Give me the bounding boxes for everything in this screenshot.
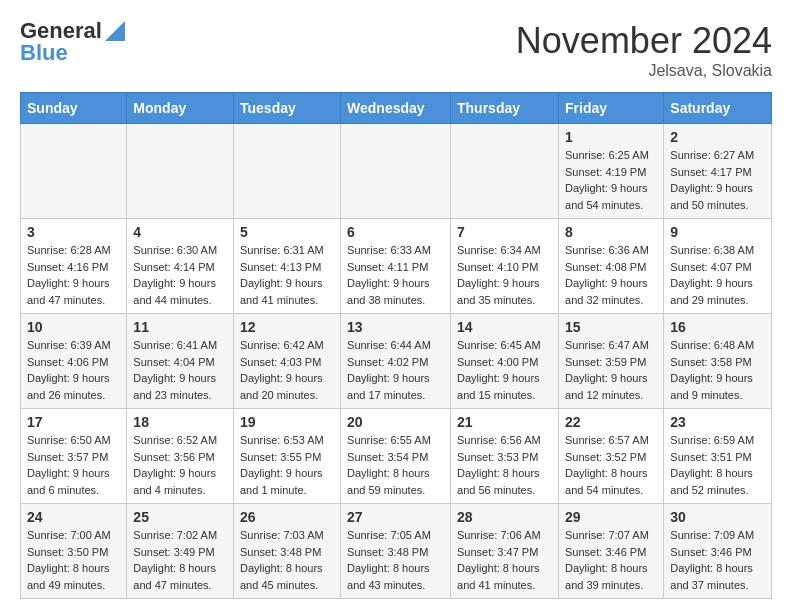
day-number: 1 xyxy=(565,129,657,145)
page-container: General Blue November 2024 Jelsava, Slov… xyxy=(0,0,792,609)
day-number: 21 xyxy=(457,414,552,430)
day-info: Sunrise: 6:33 AMSunset: 4:11 PMDaylight:… xyxy=(347,242,444,308)
day-number: 12 xyxy=(240,319,334,335)
day-number: 29 xyxy=(565,509,657,525)
day-number: 14 xyxy=(457,319,552,335)
calendar-cell: 17Sunrise: 6:50 AMSunset: 3:57 PMDayligh… xyxy=(21,409,127,504)
calendar-week-4: 24Sunrise: 7:00 AMSunset: 3:50 PMDayligh… xyxy=(21,504,772,599)
calendar-week-0: 1Sunrise: 6:25 AMSunset: 4:19 PMDaylight… xyxy=(21,124,772,219)
day-number: 23 xyxy=(670,414,765,430)
day-number: 18 xyxy=(133,414,227,430)
calendar-cell: 23Sunrise: 6:59 AMSunset: 3:51 PMDayligh… xyxy=(664,409,772,504)
calendar-cell: 22Sunrise: 6:57 AMSunset: 3:52 PMDayligh… xyxy=(559,409,664,504)
calendar-week-3: 17Sunrise: 6:50 AMSunset: 3:57 PMDayligh… xyxy=(21,409,772,504)
day-info: Sunrise: 7:00 AMSunset: 3:50 PMDaylight:… xyxy=(27,527,120,593)
col-friday: Friday xyxy=(559,93,664,124)
day-number: 25 xyxy=(133,509,227,525)
calendar-cell: 6Sunrise: 6:33 AMSunset: 4:11 PMDaylight… xyxy=(341,219,451,314)
calendar-cell: 3Sunrise: 6:28 AMSunset: 4:16 PMDaylight… xyxy=(21,219,127,314)
day-number: 3 xyxy=(27,224,120,240)
calendar-cell: 16Sunrise: 6:48 AMSunset: 3:58 PMDayligh… xyxy=(664,314,772,409)
day-number: 11 xyxy=(133,319,227,335)
calendar-cell: 9Sunrise: 6:38 AMSunset: 4:07 PMDaylight… xyxy=(664,219,772,314)
day-info: Sunrise: 6:50 AMSunset: 3:57 PMDaylight:… xyxy=(27,432,120,498)
calendar-cell xyxy=(127,124,234,219)
day-number: 10 xyxy=(27,319,120,335)
day-number: 17 xyxy=(27,414,120,430)
day-info: Sunrise: 6:38 AMSunset: 4:07 PMDaylight:… xyxy=(670,242,765,308)
calendar-header: Sunday Monday Tuesday Wednesday Thursday… xyxy=(21,93,772,124)
day-number: 7 xyxy=(457,224,552,240)
logo-blue: Blue xyxy=(20,40,68,65)
calendar-cell: 8Sunrise: 6:36 AMSunset: 4:08 PMDaylight… xyxy=(559,219,664,314)
logo-general: General xyxy=(20,20,102,42)
day-info: Sunrise: 7:06 AMSunset: 3:47 PMDaylight:… xyxy=(457,527,552,593)
calendar-week-2: 10Sunrise: 6:39 AMSunset: 4:06 PMDayligh… xyxy=(21,314,772,409)
day-number: 4 xyxy=(133,224,227,240)
day-info: Sunrise: 6:34 AMSunset: 4:10 PMDaylight:… xyxy=(457,242,552,308)
day-number: 28 xyxy=(457,509,552,525)
day-number: 5 xyxy=(240,224,334,240)
calendar-cell: 18Sunrise: 6:52 AMSunset: 3:56 PMDayligh… xyxy=(127,409,234,504)
header: General Blue November 2024 Jelsava, Slov… xyxy=(20,20,772,80)
location: Jelsava, Slovakia xyxy=(516,62,772,80)
logo-triangle-icon xyxy=(105,21,125,41)
day-info: Sunrise: 6:36 AMSunset: 4:08 PMDaylight:… xyxy=(565,242,657,308)
day-info: Sunrise: 6:30 AMSunset: 4:14 PMDaylight:… xyxy=(133,242,227,308)
day-number: 22 xyxy=(565,414,657,430)
logo: General Blue xyxy=(20,20,125,64)
calendar-cell xyxy=(234,124,341,219)
day-info: Sunrise: 6:47 AMSunset: 3:59 PMDaylight:… xyxy=(565,337,657,403)
calendar-cell: 5Sunrise: 6:31 AMSunset: 4:13 PMDaylight… xyxy=(234,219,341,314)
day-info: Sunrise: 6:28 AMSunset: 4:16 PMDaylight:… xyxy=(27,242,120,308)
calendar-cell: 13Sunrise: 6:44 AMSunset: 4:02 PMDayligh… xyxy=(341,314,451,409)
calendar-cell: 24Sunrise: 7:00 AMSunset: 3:50 PMDayligh… xyxy=(21,504,127,599)
day-info: Sunrise: 6:42 AMSunset: 4:03 PMDaylight:… xyxy=(240,337,334,403)
calendar-cell: 7Sunrise: 6:34 AMSunset: 4:10 PMDaylight… xyxy=(451,219,559,314)
day-number: 9 xyxy=(670,224,765,240)
day-info: Sunrise: 6:41 AMSunset: 4:04 PMDaylight:… xyxy=(133,337,227,403)
day-number: 13 xyxy=(347,319,444,335)
col-saturday: Saturday xyxy=(664,93,772,124)
calendar-cell: 25Sunrise: 7:02 AMSunset: 3:49 PMDayligh… xyxy=(127,504,234,599)
calendar-cell: 19Sunrise: 6:53 AMSunset: 3:55 PMDayligh… xyxy=(234,409,341,504)
day-info: Sunrise: 6:59 AMSunset: 3:51 PMDaylight:… xyxy=(670,432,765,498)
calendar-week-1: 3Sunrise: 6:28 AMSunset: 4:16 PMDaylight… xyxy=(21,219,772,314)
day-info: Sunrise: 6:31 AMSunset: 4:13 PMDaylight:… xyxy=(240,242,334,308)
calendar-cell: 30Sunrise: 7:09 AMSunset: 3:46 PMDayligh… xyxy=(664,504,772,599)
day-number: 20 xyxy=(347,414,444,430)
day-number: 24 xyxy=(27,509,120,525)
month-title: November 2024 xyxy=(516,20,772,62)
col-monday: Monday xyxy=(127,93,234,124)
col-wednesday: Wednesday xyxy=(341,93,451,124)
calendar-cell xyxy=(451,124,559,219)
col-tuesday: Tuesday xyxy=(234,93,341,124)
calendar-cell: 26Sunrise: 7:03 AMSunset: 3:48 PMDayligh… xyxy=(234,504,341,599)
calendar-cell: 4Sunrise: 6:30 AMSunset: 4:14 PMDaylight… xyxy=(127,219,234,314)
calendar-cell: 21Sunrise: 6:56 AMSunset: 3:53 PMDayligh… xyxy=(451,409,559,504)
calendar-cell xyxy=(341,124,451,219)
day-info: Sunrise: 6:48 AMSunset: 3:58 PMDaylight:… xyxy=(670,337,765,403)
day-info: Sunrise: 7:09 AMSunset: 3:46 PMDaylight:… xyxy=(670,527,765,593)
calendar-cell: 15Sunrise: 6:47 AMSunset: 3:59 PMDayligh… xyxy=(559,314,664,409)
day-info: Sunrise: 6:57 AMSunset: 3:52 PMDaylight:… xyxy=(565,432,657,498)
day-info: Sunrise: 6:25 AMSunset: 4:19 PMDaylight:… xyxy=(565,147,657,213)
day-number: 6 xyxy=(347,224,444,240)
day-info: Sunrise: 6:53 AMSunset: 3:55 PMDaylight:… xyxy=(240,432,334,498)
col-sunday: Sunday xyxy=(21,93,127,124)
weekday-row: Sunday Monday Tuesday Wednesday Thursday… xyxy=(21,93,772,124)
calendar-cell: 10Sunrise: 6:39 AMSunset: 4:06 PMDayligh… xyxy=(21,314,127,409)
day-info: Sunrise: 6:44 AMSunset: 4:02 PMDaylight:… xyxy=(347,337,444,403)
calendar-cell: 29Sunrise: 7:07 AMSunset: 3:46 PMDayligh… xyxy=(559,504,664,599)
day-number: 26 xyxy=(240,509,334,525)
calendar-cell: 1Sunrise: 6:25 AMSunset: 4:19 PMDaylight… xyxy=(559,124,664,219)
title-section: November 2024 Jelsava, Slovakia xyxy=(516,20,772,80)
day-number: 19 xyxy=(240,414,334,430)
day-info: Sunrise: 7:05 AMSunset: 3:48 PMDaylight:… xyxy=(347,527,444,593)
day-info: Sunrise: 6:56 AMSunset: 3:53 PMDaylight:… xyxy=(457,432,552,498)
col-thursday: Thursday xyxy=(451,93,559,124)
day-number: 8 xyxy=(565,224,657,240)
day-number: 16 xyxy=(670,319,765,335)
calendar-cell: 2Sunrise: 6:27 AMSunset: 4:17 PMDaylight… xyxy=(664,124,772,219)
day-info: Sunrise: 6:55 AMSunset: 3:54 PMDaylight:… xyxy=(347,432,444,498)
